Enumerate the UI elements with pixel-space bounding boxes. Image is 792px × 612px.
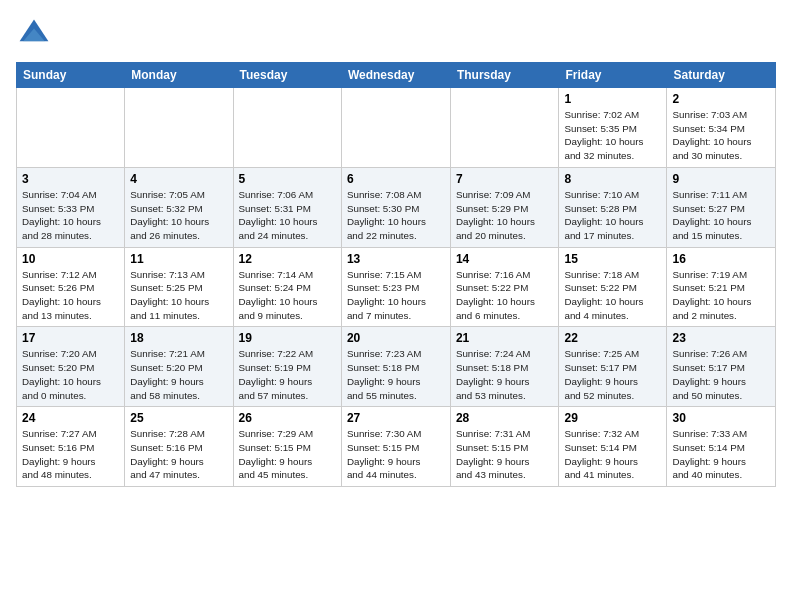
weekday-header: Monday: [125, 63, 233, 88]
calendar-cell: [341, 88, 450, 168]
day-info: Sunrise: 7:05 AM Sunset: 5:32 PM Dayligh…: [130, 188, 227, 243]
weekday-header: Tuesday: [233, 63, 341, 88]
calendar-cell: 29Sunrise: 7:32 AM Sunset: 5:14 PM Dayli…: [559, 407, 667, 487]
day-info: Sunrise: 7:25 AM Sunset: 5:17 PM Dayligh…: [564, 347, 661, 402]
day-number: 2: [672, 92, 770, 106]
day-info: Sunrise: 7:21 AM Sunset: 5:20 PM Dayligh…: [130, 347, 227, 402]
day-number: 8: [564, 172, 661, 186]
day-info: Sunrise: 7:12 AM Sunset: 5:26 PM Dayligh…: [22, 268, 119, 323]
page-header: [16, 16, 776, 52]
day-info: Sunrise: 7:33 AM Sunset: 5:14 PM Dayligh…: [672, 427, 770, 482]
calendar-cell: 28Sunrise: 7:31 AM Sunset: 5:15 PM Dayli…: [450, 407, 559, 487]
day-number: 14: [456, 252, 554, 266]
day-number: 1: [564, 92, 661, 106]
day-info: Sunrise: 7:23 AM Sunset: 5:18 PM Dayligh…: [347, 347, 445, 402]
calendar-cell: 18Sunrise: 7:21 AM Sunset: 5:20 PM Dayli…: [125, 327, 233, 407]
day-number: 13: [347, 252, 445, 266]
day-number: 16: [672, 252, 770, 266]
day-number: 26: [239, 411, 336, 425]
calendar-table: SundayMondayTuesdayWednesdayThursdayFrid…: [16, 62, 776, 487]
day-number: 17: [22, 331, 119, 345]
calendar-cell: 3Sunrise: 7:04 AM Sunset: 5:33 PM Daylig…: [17, 167, 125, 247]
calendar-cell: [233, 88, 341, 168]
weekday-header: Wednesday: [341, 63, 450, 88]
day-info: Sunrise: 7:11 AM Sunset: 5:27 PM Dayligh…: [672, 188, 770, 243]
day-number: 20: [347, 331, 445, 345]
calendar-cell: 23Sunrise: 7:26 AM Sunset: 5:17 PM Dayli…: [667, 327, 776, 407]
logo: [16, 16, 56, 52]
calendar-cell: 26Sunrise: 7:29 AM Sunset: 5:15 PM Dayli…: [233, 407, 341, 487]
day-number: 5: [239, 172, 336, 186]
day-number: 11: [130, 252, 227, 266]
day-number: 10: [22, 252, 119, 266]
calendar-week-row: 17Sunrise: 7:20 AM Sunset: 5:20 PM Dayli…: [17, 327, 776, 407]
calendar-cell: [450, 88, 559, 168]
calendar-cell: 27Sunrise: 7:30 AM Sunset: 5:15 PM Dayli…: [341, 407, 450, 487]
day-info: Sunrise: 7:19 AM Sunset: 5:21 PM Dayligh…: [672, 268, 770, 323]
calendar-cell: [17, 88, 125, 168]
calendar-cell: 24Sunrise: 7:27 AM Sunset: 5:16 PM Dayli…: [17, 407, 125, 487]
weekday-header: Thursday: [450, 63, 559, 88]
calendar-week-row: 3Sunrise: 7:04 AM Sunset: 5:33 PM Daylig…: [17, 167, 776, 247]
day-number: 28: [456, 411, 554, 425]
day-info: Sunrise: 7:14 AM Sunset: 5:24 PM Dayligh…: [239, 268, 336, 323]
calendar-week-row: 10Sunrise: 7:12 AM Sunset: 5:26 PM Dayli…: [17, 247, 776, 327]
day-info: Sunrise: 7:08 AM Sunset: 5:30 PM Dayligh…: [347, 188, 445, 243]
day-info: Sunrise: 7:30 AM Sunset: 5:15 PM Dayligh…: [347, 427, 445, 482]
calendar-cell: 30Sunrise: 7:33 AM Sunset: 5:14 PM Dayli…: [667, 407, 776, 487]
day-info: Sunrise: 7:16 AM Sunset: 5:22 PM Dayligh…: [456, 268, 554, 323]
day-number: 24: [22, 411, 119, 425]
day-number: 4: [130, 172, 227, 186]
day-number: 3: [22, 172, 119, 186]
calendar-cell: 16Sunrise: 7:19 AM Sunset: 5:21 PM Dayli…: [667, 247, 776, 327]
calendar-cell: 9Sunrise: 7:11 AM Sunset: 5:27 PM Daylig…: [667, 167, 776, 247]
day-info: Sunrise: 7:09 AM Sunset: 5:29 PM Dayligh…: [456, 188, 554, 243]
day-number: 12: [239, 252, 336, 266]
calendar-cell: 14Sunrise: 7:16 AM Sunset: 5:22 PM Dayli…: [450, 247, 559, 327]
calendar-cell: 1Sunrise: 7:02 AM Sunset: 5:35 PM Daylig…: [559, 88, 667, 168]
calendar-cell: 22Sunrise: 7:25 AM Sunset: 5:17 PM Dayli…: [559, 327, 667, 407]
calendar-week-row: 1Sunrise: 7:02 AM Sunset: 5:35 PM Daylig…: [17, 88, 776, 168]
calendar-cell: 2Sunrise: 7:03 AM Sunset: 5:34 PM Daylig…: [667, 88, 776, 168]
day-info: Sunrise: 7:13 AM Sunset: 5:25 PM Dayligh…: [130, 268, 227, 323]
calendar-cell: 10Sunrise: 7:12 AM Sunset: 5:26 PM Dayli…: [17, 247, 125, 327]
day-info: Sunrise: 7:26 AM Sunset: 5:17 PM Dayligh…: [672, 347, 770, 402]
calendar-cell: 15Sunrise: 7:18 AM Sunset: 5:22 PM Dayli…: [559, 247, 667, 327]
calendar-cell: 20Sunrise: 7:23 AM Sunset: 5:18 PM Dayli…: [341, 327, 450, 407]
calendar-cell: 17Sunrise: 7:20 AM Sunset: 5:20 PM Dayli…: [17, 327, 125, 407]
calendar-cell: [125, 88, 233, 168]
calendar-cell: 7Sunrise: 7:09 AM Sunset: 5:29 PM Daylig…: [450, 167, 559, 247]
day-info: Sunrise: 7:10 AM Sunset: 5:28 PM Dayligh…: [564, 188, 661, 243]
day-info: Sunrise: 7:28 AM Sunset: 5:16 PM Dayligh…: [130, 427, 227, 482]
day-number: 23: [672, 331, 770, 345]
calendar-cell: 19Sunrise: 7:22 AM Sunset: 5:19 PM Dayli…: [233, 327, 341, 407]
day-number: 19: [239, 331, 336, 345]
weekday-header: Saturday: [667, 63, 776, 88]
calendar-header-row: SundayMondayTuesdayWednesdayThursdayFrid…: [17, 63, 776, 88]
calendar-cell: 21Sunrise: 7:24 AM Sunset: 5:18 PM Dayli…: [450, 327, 559, 407]
day-number: 30: [672, 411, 770, 425]
calendar-week-row: 24Sunrise: 7:27 AM Sunset: 5:16 PM Dayli…: [17, 407, 776, 487]
day-info: Sunrise: 7:24 AM Sunset: 5:18 PM Dayligh…: [456, 347, 554, 402]
day-number: 25: [130, 411, 227, 425]
day-info: Sunrise: 7:15 AM Sunset: 5:23 PM Dayligh…: [347, 268, 445, 323]
day-info: Sunrise: 7:04 AM Sunset: 5:33 PM Dayligh…: [22, 188, 119, 243]
calendar-cell: 11Sunrise: 7:13 AM Sunset: 5:25 PM Dayli…: [125, 247, 233, 327]
calendar-cell: 6Sunrise: 7:08 AM Sunset: 5:30 PM Daylig…: [341, 167, 450, 247]
day-number: 29: [564, 411, 661, 425]
day-info: Sunrise: 7:06 AM Sunset: 5:31 PM Dayligh…: [239, 188, 336, 243]
day-number: 27: [347, 411, 445, 425]
calendar-cell: 13Sunrise: 7:15 AM Sunset: 5:23 PM Dayli…: [341, 247, 450, 327]
day-info: Sunrise: 7:22 AM Sunset: 5:19 PM Dayligh…: [239, 347, 336, 402]
calendar-cell: 8Sunrise: 7:10 AM Sunset: 5:28 PM Daylig…: [559, 167, 667, 247]
day-info: Sunrise: 7:20 AM Sunset: 5:20 PM Dayligh…: [22, 347, 119, 402]
day-number: 22: [564, 331, 661, 345]
day-info: Sunrise: 7:27 AM Sunset: 5:16 PM Dayligh…: [22, 427, 119, 482]
day-info: Sunrise: 7:31 AM Sunset: 5:15 PM Dayligh…: [456, 427, 554, 482]
day-info: Sunrise: 7:18 AM Sunset: 5:22 PM Dayligh…: [564, 268, 661, 323]
day-info: Sunrise: 7:02 AM Sunset: 5:35 PM Dayligh…: [564, 108, 661, 163]
calendar-cell: 5Sunrise: 7:06 AM Sunset: 5:31 PM Daylig…: [233, 167, 341, 247]
day-info: Sunrise: 7:03 AM Sunset: 5:34 PM Dayligh…: [672, 108, 770, 163]
calendar-cell: 12Sunrise: 7:14 AM Sunset: 5:24 PM Dayli…: [233, 247, 341, 327]
day-info: Sunrise: 7:32 AM Sunset: 5:14 PM Dayligh…: [564, 427, 661, 482]
